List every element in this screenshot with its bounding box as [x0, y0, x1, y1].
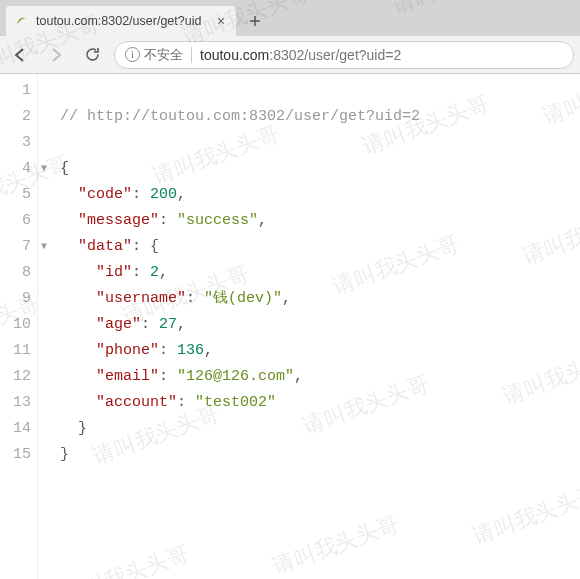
address-bar[interactable]: i 不安全 toutou.com:8302/user/get?uid=2	[114, 41, 574, 69]
code-line: "email": "126@126.com",	[60, 364, 580, 390]
favicon-icon	[14, 13, 30, 29]
insecure-badge: i 不安全	[125, 46, 183, 64]
line-number: 3	[0, 130, 37, 156]
reload-button[interactable]	[78, 41, 106, 69]
fold-caret-icon[interactable]: ▼	[41, 156, 47, 182]
line-number: 7▼	[0, 234, 37, 260]
code-viewer: 1 2 3 4▼ 5 6 7▼ 8 9 10 11 12 13 14 15 //…	[0, 74, 580, 579]
divider	[191, 47, 192, 63]
url-text: toutou.com:8302/user/get?uid=2	[200, 47, 401, 63]
back-button[interactable]	[6, 41, 34, 69]
code-line: // http://toutou.com:8302/user/get?uid=2	[60, 104, 580, 130]
line-number: 10	[0, 312, 37, 338]
code-line: "data": {	[60, 234, 580, 260]
line-gutter: 1 2 3 4▼ 5 6 7▼ 8 9 10 11 12 13 14 15	[0, 74, 38, 579]
line-number: 4▼	[0, 156, 37, 182]
code-line	[60, 130, 580, 156]
code-line: "id": 2,	[60, 260, 580, 286]
close-icon[interactable]: ×	[214, 14, 228, 28]
tab-title: toutou.com:8302/user/get?uid	[36, 14, 208, 28]
code-line: "code": 200,	[60, 182, 580, 208]
code-line: "username": "钱(dev)",	[60, 286, 580, 312]
browser-tabbar: toutou.com:8302/user/get?uid ×	[0, 0, 580, 36]
line-number: 11	[0, 338, 37, 364]
info-icon: i	[125, 47, 140, 62]
code-line: }	[60, 442, 580, 468]
line-number: 9	[0, 286, 37, 312]
code-line: {	[60, 156, 580, 182]
line-number: 6	[0, 208, 37, 234]
line-number: 14	[0, 416, 37, 442]
line-number: 2	[0, 104, 37, 130]
fold-caret-icon[interactable]: ▼	[41, 234, 47, 260]
line-number: 13	[0, 390, 37, 416]
line-number: 8	[0, 260, 37, 286]
browser-tab[interactable]: toutou.com:8302/user/get?uid ×	[6, 6, 236, 36]
code-line: "message": "success",	[60, 208, 580, 234]
new-tab-button[interactable]	[242, 9, 268, 33]
code-line: "account": "test002"	[60, 390, 580, 416]
code-area[interactable]: // http://toutou.com:8302/user/get?uid=2…	[38, 74, 580, 579]
forward-button[interactable]	[42, 41, 70, 69]
browser-toolbar: i 不安全 toutou.com:8302/user/get?uid=2	[0, 36, 580, 74]
line-number: 15	[0, 442, 37, 468]
code-line: }	[60, 416, 580, 442]
code-line	[60, 78, 580, 104]
line-number: 1	[0, 78, 37, 104]
code-line: "phone": 136,	[60, 338, 580, 364]
code-line: "age": 27,	[60, 312, 580, 338]
insecure-label: 不安全	[144, 46, 183, 64]
line-number: 5	[0, 182, 37, 208]
line-number: 12	[0, 364, 37, 390]
